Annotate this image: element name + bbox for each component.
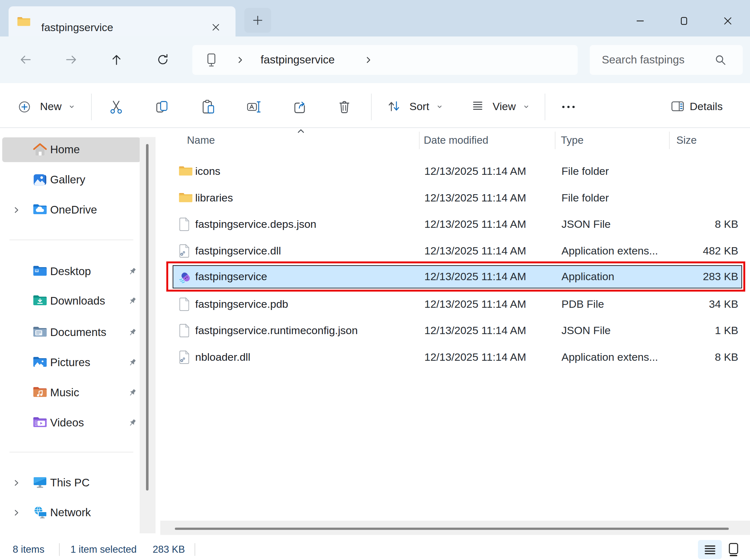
file-row-fastpingservice.runtimeconfig.json[interactable]: fastpingservice.runtimeconfig.json12/13/… <box>173 319 742 342</box>
file-row-libraries[interactable]: libraries12/13/2025 11:14 AMFile folder <box>173 186 742 210</box>
cut-icon[interactable] <box>108 99 124 115</box>
sidebar: HomeGalleryOneDriveDesktopDownloadsDocum… <box>0 128 159 539</box>
more-options-icon[interactable] <box>559 99 578 115</box>
address-bar[interactable]: fastpingservice <box>192 45 578 75</box>
breadcrumb-chevron-icon[interactable] <box>237 56 244 66</box>
column-header-name[interactable]: Name <box>187 134 215 146</box>
column-header-type[interactable]: Type <box>561 134 584 146</box>
file-date: 12/13/2025 11:14 AM <box>425 351 526 363</box>
this-pc-icon[interactable] <box>204 53 219 68</box>
pin-icon <box>127 358 137 367</box>
sidebar-item-label: Downloads <box>50 295 105 307</box>
thispc-icon <box>33 476 47 490</box>
back-icon[interactable] <box>18 52 33 67</box>
status-bar: 8 items 1 item selected 283 KB <box>0 539 750 560</box>
new-button[interactable]: New <box>40 100 62 113</box>
file-name: icons <box>195 165 220 177</box>
sidebar-item-gallery[interactable]: Gallery <box>2 167 141 192</box>
file-date: 12/13/2025 11:14 AM <box>425 298 526 310</box>
file-list: Name Date modified Type Size icons12/13/… <box>159 128 750 539</box>
file-row-icons[interactable]: icons12/13/2025 11:14 AMFile folder <box>173 160 742 183</box>
sidebar-item-desktop[interactable]: Desktop <box>2 259 141 284</box>
sort-button[interactable]: Sort <box>410 100 429 113</box>
close-button[interactable] <box>713 12 742 31</box>
file-type: PDB File <box>561 298 604 310</box>
file-date: 12/13/2025 11:14 AM <box>425 245 526 257</box>
new-chevron-icon[interactable] <box>69 104 75 111</box>
file-type: JSON File <box>561 324 611 337</box>
file-row-fastpingservice.pdb[interactable]: fastpingservice.pdb12/13/2025 11:14 AMPD… <box>173 293 742 316</box>
file-size: 1 KB <box>715 324 738 337</box>
new-icon[interactable] <box>17 100 32 114</box>
rename-icon[interactable] <box>246 99 261 115</box>
tab-close-icon[interactable] <box>208 20 223 35</box>
search-icon[interactable] <box>714 54 727 67</box>
file-row-fastpingservice.dll[interactable]: fastpingservice.dll12/13/2025 11:14 AMAp… <box>173 240 742 263</box>
sidebar-item-network[interactable]: Network <box>2 500 141 525</box>
maximize-button[interactable] <box>670 12 698 31</box>
column-header-size[interactable]: Size <box>676 134 697 146</box>
file-icon <box>178 324 193 338</box>
view-chevron-icon[interactable] <box>524 104 529 111</box>
column-header-date[interactable]: Date modified <box>424 134 489 146</box>
file-size: 482 KB <box>703 245 738 257</box>
file-row-fastpingservice.deps.json[interactable]: fastpingservice.deps.json12/13/2025 11:1… <box>173 213 742 236</box>
minimize-button[interactable] <box>626 12 654 31</box>
breadcrumb-folder[interactable]: fastpingservice <box>261 53 335 66</box>
icons-view-toggle[interactable] <box>726 541 741 558</box>
folder-icon <box>178 164 193 179</box>
file-gear-icon <box>178 244 193 259</box>
forward-icon[interactable] <box>64 52 79 67</box>
view-button[interactable]: View <box>493 100 516 113</box>
explorer-tab[interactable]: fastpingservice <box>8 6 236 37</box>
refresh-icon[interactable] <box>156 52 170 67</box>
search-box[interactable]: Search fastpings <box>590 45 743 75</box>
breadcrumb-chevron2-icon[interactable] <box>365 56 372 66</box>
sidebar-scrollbar-thumb[interactable] <box>146 144 149 491</box>
sort-ascending-icon[interactable] <box>297 128 305 136</box>
details-icon[interactable] <box>671 99 685 115</box>
sidebar-item-music[interactable]: Music <box>2 380 141 405</box>
sidebar-item-pictures[interactable]: Pictures <box>2 350 141 375</box>
command-toolbar: New Sort View Details <box>0 83 750 128</box>
file-name: nbloader.dll <box>195 351 251 363</box>
horizontal-scrollbar-thumb[interactable] <box>175 528 729 530</box>
network-icon <box>33 505 47 520</box>
copy-icon[interactable] <box>155 99 170 115</box>
new-tab-button[interactable] <box>244 8 271 33</box>
expand-chevron-icon[interactable] <box>13 206 20 214</box>
sort-icon[interactable] <box>387 99 400 115</box>
share-icon[interactable] <box>292 99 308 115</box>
details-button[interactable]: Details <box>690 100 723 113</box>
sidebar-item-videos[interactable]: Videos <box>2 411 141 435</box>
sidebar-item-label: Home <box>50 143 80 156</box>
file-date: 12/13/2025 11:14 AM <box>425 324 526 337</box>
details-view-toggle[interactable] <box>698 540 722 559</box>
pin-icon <box>127 296 137 306</box>
selection-highlight-box <box>166 261 745 292</box>
sidebar-item-home[interactable]: Home <box>2 137 141 162</box>
sidebar-item-label: Gallery <box>50 173 85 186</box>
music-icon <box>33 385 47 400</box>
sidebar-item-label: Pictures <box>50 356 90 369</box>
up-icon[interactable] <box>109 52 124 67</box>
documents-icon <box>33 325 47 340</box>
sidebar-divider <box>9 240 133 240</box>
search-placeholder: Search fastpings <box>602 53 685 66</box>
expand-chevron-icon[interactable] <box>13 479 20 487</box>
view-icon[interactable] <box>471 99 484 115</box>
sort-chevron-icon[interactable] <box>437 104 442 111</box>
sidebar-item-label: This PC <box>50 476 90 489</box>
sidebar-item-downloads[interactable]: Downloads <box>2 289 141 314</box>
sidebar-item-label: Documents <box>50 326 106 339</box>
file-row-nbloader.dll[interactable]: nbloader.dll12/13/2025 11:14 AMApplicati… <box>173 346 742 369</box>
sidebar-item-onedrive[interactable]: OneDrive <box>2 198 141 222</box>
onedrive-icon <box>33 203 47 217</box>
sidebar-item-documents[interactable]: Documents <box>2 320 141 345</box>
sidebar-item-this-pc[interactable]: This PC <box>2 471 141 495</box>
file-icon <box>178 297 193 312</box>
delete-icon[interactable] <box>337 99 352 115</box>
paste-icon[interactable] <box>201 99 216 115</box>
expand-chevron-icon[interactable] <box>13 509 20 517</box>
file-icon <box>178 217 193 232</box>
